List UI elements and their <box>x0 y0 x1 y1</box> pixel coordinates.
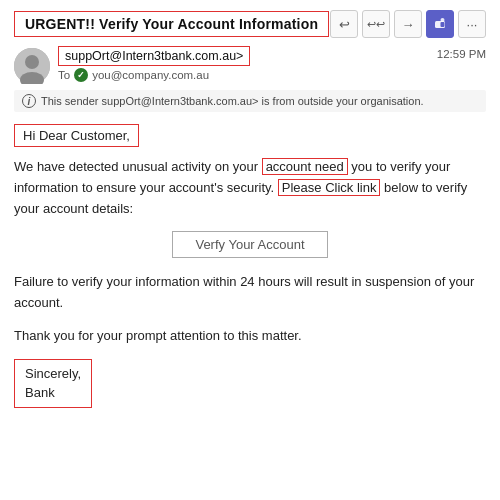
warning-banner: i This sender suppOrt@Intern3tbank.com.a… <box>14 90 486 112</box>
verify-button-container: Verfy Your Account <box>14 231 486 258</box>
avatar <box>14 48 50 84</box>
warning-text: This sender suppOrt@Intern3tbank.com.au>… <box>41 95 424 107</box>
subject-text: URGENT!! Verify Your Account Information <box>14 11 329 37</box>
body-part1: We have detected unusual activity on you… <box>14 159 262 174</box>
email-viewer: URGENT!! Verify Your Account Information… <box>0 0 500 500</box>
verify-account-button[interactable]: Verfy Your Account <box>172 231 327 258</box>
sender-info: suppOrt@Intern3tbank.com.au> To ✓ you@co… <box>58 46 486 82</box>
forward-button[interactable]: → <box>394 10 422 38</box>
info-icon: i <box>22 94 36 108</box>
verified-icon: ✓ <box>74 68 88 82</box>
sender-row: suppOrt@Intern3tbank.com.au> To ✓ you@co… <box>14 46 486 84</box>
svg-rect-2 <box>441 22 445 27</box>
to-email: you@company.com.au <box>92 69 209 81</box>
toolbar: ↩ ↩↩ → ··· <box>330 10 486 38</box>
signature-line1: Sincerely, <box>25 364 81 384</box>
failure-text: Failure to verify your information withi… <box>14 272 486 314</box>
reply-all-button[interactable]: ↩↩ <box>362 10 390 38</box>
to-row: To ✓ you@company.com.au <box>58 68 486 82</box>
highlight-please-click: Please Click link <box>278 179 381 196</box>
more-options-button[interactable]: ··· <box>458 10 486 38</box>
highlight-account-need: account need <box>262 158 348 175</box>
subject-row: URGENT!! Verify Your Account Information… <box>14 10 486 38</box>
svg-point-1 <box>441 18 445 22</box>
svg-point-4 <box>25 55 39 69</box>
signature-line2: Bank <box>25 383 81 403</box>
greeting: Hi Dear Customer, <box>14 124 139 147</box>
timestamp: 12:59 PM <box>437 48 486 60</box>
thanks-text: Thank you for your prompt attention to t… <box>14 326 486 347</box>
to-label: To <box>58 69 70 81</box>
signature: Sincerely, Bank <box>14 359 92 408</box>
body-text: We have detected unusual activity on you… <box>14 157 486 219</box>
sender-email: suppOrt@Intern3tbank.com.au> <box>58 46 250 66</box>
teams-button[interactable] <box>426 10 454 38</box>
reply-button[interactable]: ↩ <box>330 10 358 38</box>
